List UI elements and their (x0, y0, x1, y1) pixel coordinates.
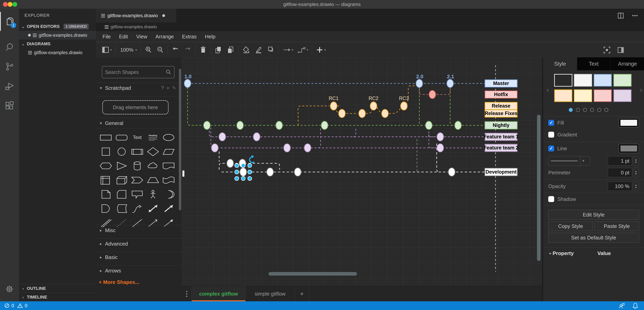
resize-handle[interactable] (235, 164, 239, 168)
presets-next-icon[interactable]: › (640, 86, 642, 93)
edit-style-button[interactable]: Edit Style (548, 210, 639, 220)
canvas-vertical-scrollbar[interactable] (537, 115, 540, 261)
menu-help[interactable]: Help (201, 34, 220, 40)
commit-node-dev[interactable] (267, 168, 274, 176)
shape-or[interactable] (162, 189, 176, 200)
section-timeline[interactable]: › TIMELINE (19, 293, 98, 301)
scratchpad-edit-icon[interactable]: ✎ (172, 85, 176, 91)
copy-style-button[interactable]: Copy Style (548, 221, 593, 231)
breadcrumb[interactable]: gitflow-examples.drawio (96, 23, 644, 31)
undo-button[interactable] (170, 42, 182, 58)
shape-internal-storage[interactable] (99, 175, 113, 186)
resize-handle[interactable] (248, 177, 252, 181)
menu-extras[interactable]: Extras (178, 34, 201, 40)
commit-node-feature2[interactable] (304, 144, 311, 152)
shape-curve-arrow[interactable] (130, 203, 144, 214)
more-actions-icon[interactable] (631, 12, 638, 19)
section-outline[interactable]: › OUTLINE (19, 284, 98, 293)
resize-handle[interactable] (235, 177, 239, 181)
commit-node-release[interactable] (400, 102, 407, 110)
palette-scrollbar[interactable] (179, 69, 181, 210)
shape-note[interactable] (99, 189, 113, 200)
shape-card[interactable] (114, 189, 129, 200)
commit-node-master[interactable] (184, 79, 191, 88)
line-color-button[interactable] (252, 42, 265, 58)
shape-callout[interactable] (130, 189, 144, 200)
activitybar-run-debug[interactable] (0, 77, 19, 96)
activitybar-search[interactable] (0, 38, 19, 57)
resize-handle[interactable] (241, 164, 245, 168)
style-preset-red[interactable] (594, 89, 612, 102)
commit-node-nightly[interactable] (237, 121, 244, 129)
scratchpad-help-icon[interactable]: ? (161, 85, 164, 91)
section-diagrams[interactable]: ⌄ DIAGRAMS (19, 40, 96, 48)
scratchpad-dropzone[interactable]: Drag elements here (102, 100, 168, 114)
preset-page-dot[interactable] (583, 108, 587, 112)
style-preset-green[interactable] (614, 74, 632, 87)
menu-file[interactable]: File (98, 34, 115, 40)
redo-button[interactable] (182, 42, 194, 58)
format-tab-arrange[interactable]: Arrange (610, 57, 644, 70)
preset-page-dot[interactable] (576, 108, 580, 112)
tag-2-1[interactable]: 2.1 (447, 74, 454, 79)
more-shapes-button[interactable]: + More Shapes... (99, 279, 140, 285)
close-window-button[interactable] (3, 2, 8, 7)
line-width-input[interactable]: 1 pt (608, 157, 632, 166)
style-preset-orange[interactable] (554, 89, 572, 102)
commit-node-feature1[interactable] (219, 133, 226, 141)
shape-tape[interactable] (162, 175, 176, 186)
insert-button[interactable]: ▾ (314, 42, 328, 58)
paste-style-button[interactable]: Paste Style (594, 221, 639, 231)
style-preset-none[interactable] (554, 74, 572, 87)
perimeter-input[interactable]: 0 pt (608, 168, 632, 177)
shape-ellipse[interactable] (162, 132, 176, 143)
shape-hexagon[interactable] (99, 161, 113, 171)
commit-node-nightly[interactable] (204, 121, 210, 129)
preset-page-dot[interactable] (590, 108, 594, 112)
gradient-checkbox[interactable] (548, 132, 554, 138)
commit-node-feature2[interactable] (437, 144, 444, 152)
delete-button[interactable] (197, 42, 209, 58)
set-default-style-button[interactable]: Set as Default Style (548, 233, 639, 243)
commit-node-dev[interactable] (294, 168, 301, 176)
rc1-label[interactable]: RC1 (329, 95, 338, 101)
style-preset-purple[interactable] (614, 89, 632, 102)
minimize-window-button[interactable] (8, 2, 12, 7)
shape-triangle[interactable] (114, 161, 129, 171)
scratchpad-section[interactable]: ▾ Scratchpad ? + ✎ × (96, 83, 185, 93)
preset-page-dot[interactable] (597, 108, 601, 112)
commit-node-release-fix[interactable] (338, 109, 345, 118)
presets-prev-icon[interactable]: ‹ (547, 86, 549, 93)
style-preset-white[interactable] (574, 74, 592, 87)
selected-commit-node[interactable] (240, 168, 246, 176)
open-editor-item[interactable]: gitflow-examples.drawio (19, 31, 96, 40)
rc2-label[interactable]: RC2 (368, 95, 378, 101)
connection-button[interactable]: ▾ (280, 42, 295, 58)
line-style-dropdown[interactable]: ▼ (548, 156, 590, 166)
perimeter-stepper[interactable]: ▲▼ (633, 168, 639, 178)
resize-handle[interactable] (241, 177, 245, 181)
scratchpad-add-icon[interactable]: + (167, 85, 170, 91)
pages-menu-button[interactable] (182, 286, 192, 301)
shadow-button[interactable] (265, 42, 277, 58)
shape-cylinder[interactable] (130, 161, 144, 171)
line-color-swatch[interactable] (618, 144, 639, 153)
activitybar-settings[interactable] (0, 279, 19, 298)
waypoints-button[interactable]: ▾ (295, 42, 310, 58)
arrows-section[interactable]: ▸Arrows (96, 265, 185, 276)
format-panel-toggle-icon[interactable] (617, 46, 625, 54)
fill-color-swatch[interactable] (618, 118, 639, 127)
preset-page-dot[interactable] (604, 108, 608, 112)
to-back-button[interactable] (225, 42, 237, 58)
page-tab-complex-gitflow[interactable]: complex gitflow (192, 286, 246, 301)
commit-node-feature2[interactable] (212, 144, 218, 152)
commit-node-dev[interactable] (227, 159, 234, 168)
tab-gitflow-examples[interactable]: gitflow-examples.drawio (96, 9, 176, 23)
chevron-right-icon[interactable]: ▸ (548, 251, 552, 255)
resize-handle[interactable] (248, 170, 252, 174)
fill-checkbox[interactable]: ✓ (548, 120, 554, 126)
commit-node-dev[interactable] (448, 168, 455, 176)
commit-node-release[interactable] (330, 102, 337, 110)
page-tab-simple-gitflow[interactable]: simple gitflow (246, 286, 295, 301)
line-checkbox[interactable]: ✓ (548, 145, 554, 151)
